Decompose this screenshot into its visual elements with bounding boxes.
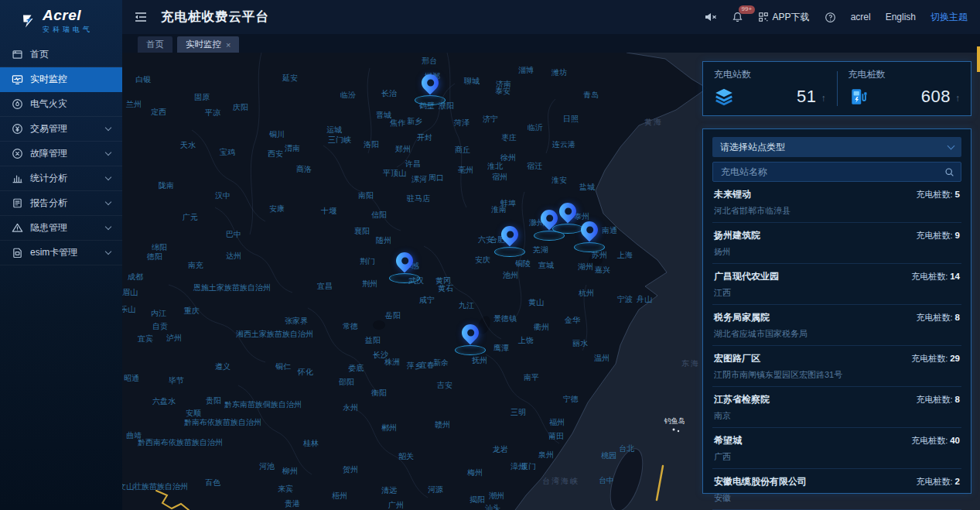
sim-card-icon bbox=[12, 247, 23, 258]
city-label: 襄阳 bbox=[354, 226, 370, 237]
station-list-item[interactable]: 希望城 充电桩数: 40 广西 bbox=[712, 428, 961, 469]
city-label: 铜仁 bbox=[275, 361, 291, 372]
station-pile-count-label: 充电桩数: bbox=[911, 435, 948, 447]
station-search bbox=[712, 162, 961, 182]
station-list-item[interactable]: 安徽电缆股份有限公司 充电桩数: 2 安徽 bbox=[712, 469, 961, 510]
station-list-item[interactable]: 扬州建筑院 充电桩数: 9 扬州 bbox=[712, 223, 961, 264]
stat-stations: 充电站数 51 ↑ bbox=[703, 62, 837, 115]
stats-card: 充电站数 51 ↑ 充电桩数 608 ↑ bbox=[702, 61, 971, 116]
trend-up-icon: ↑ bbox=[821, 93, 826, 104]
station-search-input[interactable] bbox=[721, 166, 944, 177]
sidebar-item-report[interactable]: 报告分析 bbox=[0, 191, 122, 216]
collapse-sidebar-icon[interactable] bbox=[134, 12, 148, 22]
city-label: 泉州 bbox=[538, 450, 554, 460]
app-download-button[interactable]: APP下载 bbox=[758, 11, 810, 24]
notification-bell-icon[interactable]: 99+ bbox=[732, 11, 743, 23]
city-label: 宜宾 bbox=[138, 334, 153, 344]
sidebar-item-monitor-pulse[interactable]: 实时监控 bbox=[0, 67, 122, 92]
city-label: 遵义 bbox=[215, 361, 230, 372]
qr-code-icon bbox=[758, 12, 769, 22]
station-list-item[interactable]: 宏图路厂区 充电桩数: 29 江阴市南闸镇东盟园区宏图路31号 bbox=[712, 346, 961, 387]
station-pile-count-label: 充电桩数: bbox=[917, 312, 953, 323]
city-label: 巴中 bbox=[226, 229, 241, 240]
city-label: 宣城 bbox=[538, 260, 554, 271]
station-list-item[interactable]: 广昌现代农业园 充电桩数: 14 江西 bbox=[712, 264, 961, 305]
station-name: 广昌现代农业园 bbox=[714, 270, 779, 283]
city-label: 西安 bbox=[268, 149, 283, 159]
station-pile-count: 5 bbox=[955, 190, 960, 199]
city-label: 清远 bbox=[381, 485, 397, 496]
station-list-item[interactable]: 税务局家属院 充电桩数: 8 湖北省应城市国家税务局 bbox=[712, 305, 961, 346]
city-label: 黄山 bbox=[528, 297, 544, 308]
warning-triangle-icon bbox=[12, 222, 23, 234]
city-label: 南充 bbox=[188, 260, 203, 271]
city-label: 温州 bbox=[594, 353, 610, 364]
city-label: 济宁 bbox=[483, 114, 498, 125]
city-label: 新余 bbox=[433, 358, 449, 368]
username[interactable]: acrel bbox=[851, 12, 871, 22]
mute-icon[interactable] bbox=[704, 11, 717, 23]
tab-active[interactable]: 实时监控 × bbox=[177, 36, 239, 53]
city-label: 上饶 bbox=[518, 335, 534, 346]
station-pile-count: 29 bbox=[950, 354, 960, 363]
city-label: 宿迁 bbox=[527, 161, 542, 172]
city-label: 南通 bbox=[602, 225, 617, 236]
city-label: 郑州 bbox=[395, 144, 411, 155]
theme-switch-link[interactable]: 切换主题 bbox=[930, 11, 968, 24]
station-address: 安徽 bbox=[714, 492, 960, 504]
city-label: 连云港 bbox=[552, 139, 575, 150]
city-label: 宝鸡 bbox=[220, 147, 235, 158]
city-label: 三明 bbox=[510, 407, 526, 418]
city-label: 贵阳 bbox=[206, 395, 221, 406]
sidebar-item-transaction-circle[interactable]: 交易管理 bbox=[0, 117, 122, 142]
sea-label: 黄海 bbox=[644, 117, 663, 128]
language-switch[interactable]: English bbox=[886, 12, 916, 22]
city-label: 常德 bbox=[343, 321, 358, 332]
station-address: 广西 bbox=[714, 451, 960, 463]
city-label: 南平 bbox=[524, 372, 539, 383]
city-label: 渭南 bbox=[285, 143, 300, 154]
city-label: 娄底 bbox=[348, 363, 364, 374]
city-label: 安庆 bbox=[475, 255, 490, 265]
station-list-item[interactable]: 江苏省检察院 充电桩数: 8 南京 bbox=[712, 387, 961, 428]
header: 充电桩收费云平台 99+ APP下载 acrel English 切换主题 bbox=[122, 0, 980, 34]
city-label: 内江 bbox=[151, 308, 166, 319]
station-pile-count-label: 充电桩数: bbox=[917, 476, 953, 488]
city-label: 枣庄 bbox=[501, 132, 517, 143]
layers-icon bbox=[714, 87, 734, 107]
city-label: 郴州 bbox=[381, 423, 397, 433]
sidebar-item-home[interactable]: 首页 bbox=[0, 43, 122, 67]
sidebar-item-bar-chart[interactable]: 统计分析 bbox=[0, 166, 122, 191]
help-icon[interactable] bbox=[825, 12, 836, 23]
city-label: 定西 bbox=[151, 107, 166, 118]
sidebar-item-sim-card[interactable]: esim卡管理 bbox=[0, 241, 122, 265]
station-list-item[interactable]: 未来锂动 充电桩数: 5 河北省邯郸市临漳县 bbox=[712, 182, 961, 223]
acrel-logo: Acrel 安科瑞电气 bbox=[0, 0, 122, 41]
tab-inactive[interactable]: 首页 bbox=[138, 36, 172, 53]
city-label: 驻马店 bbox=[407, 193, 430, 204]
sidebar-item-fire-circle[interactable]: 电气火灾 bbox=[0, 92, 122, 117]
city-label: 开封 bbox=[417, 132, 432, 143]
station-pile-count: 14 bbox=[950, 272, 960, 281]
site-type-select[interactable]: 请选择站点类型 bbox=[712, 137, 961, 157]
sidebar-item-warning-triangle[interactable]: 隐患管理 bbox=[0, 216, 122, 241]
stat-piles: 充电桩数 608 ↑ bbox=[838, 62, 971, 115]
city-label: 怀化 bbox=[298, 367, 313, 378]
city-label: 德阳 bbox=[147, 252, 162, 262]
station-pile-count-label: 充电桩数: bbox=[911, 353, 948, 365]
tab-bar: 首页 实时监控 × bbox=[122, 34, 980, 53]
sidebar-item-fault-circle[interactable]: 故障管理 bbox=[0, 142, 122, 166]
city-label: 乐山 bbox=[122, 304, 135, 315]
charging-pile-icon bbox=[849, 87, 869, 107]
city-label: 新乡 bbox=[407, 116, 422, 127]
city-label: 广州 bbox=[388, 500, 404, 510]
tab-close-icon[interactable]: × bbox=[226, 40, 230, 50]
city-label: 淄博 bbox=[518, 65, 534, 76]
city-label: 黔东南苗族侗族自治州 bbox=[224, 399, 302, 410]
transaction-circle-icon bbox=[12, 123, 23, 135]
stat-stations-label: 充电站数 bbox=[714, 68, 826, 81]
search-icon[interactable] bbox=[944, 167, 954, 177]
station-pile-count: 8 bbox=[955, 313, 960, 322]
station-pile-count-label: 充电桩数: bbox=[917, 230, 953, 241]
island-label: 钓鱼岛 bbox=[664, 416, 685, 426]
